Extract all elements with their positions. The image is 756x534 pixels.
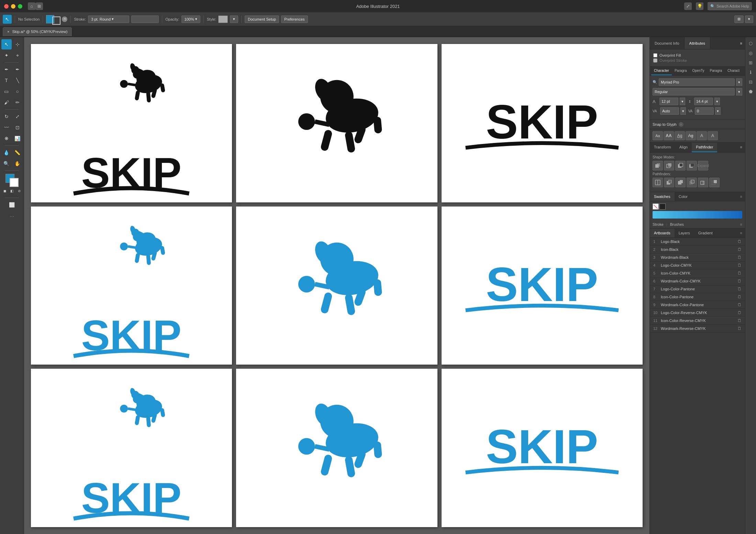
minus-front-btn[interactable] (687, 161, 697, 170)
direct-select-btn[interactable]: ⊹ (12, 39, 23, 49)
char-tab-paragra[interactable]: Paragra (672, 67, 690, 75)
gradient-tab[interactable]: Gradient (694, 229, 717, 237)
fullscreen-icon[interactable]: ⤢ (684, 2, 692, 10)
hand-btn[interactable]: ✋ (12, 158, 23, 169)
line-height-input[interactable] (694, 98, 713, 105)
panel-options-btn[interactable]: ▾ (745, 15, 753, 23)
maximize-button[interactable] (18, 4, 22, 9)
close-button[interactable] (4, 4, 9, 9)
artboard-2[interactable] (236, 44, 437, 202)
more-tools-btn[interactable]: ··· (10, 211, 14, 222)
section-menu-icon[interactable]: ≡ (737, 143, 745, 152)
style-btn-a-sub[interactable]: A (697, 131, 707, 140)
overprint-stroke-checkbox[interactable] (653, 58, 657, 63)
swatches-menu-icon[interactable]: ≡ (737, 192, 745, 201)
style-btn-aa-small[interactable]: Aa (653, 131, 663, 140)
color-guide-icon[interactable]: ⬟ (747, 87, 755, 96)
properties-icon[interactable]: ⬡ (747, 39, 755, 47)
rect-btn[interactable]: ▭ (1, 86, 12, 97)
add-anchor-btn[interactable]: ✒ (12, 64, 23, 75)
style-swatch[interactable] (218, 15, 228, 23)
attributes-tab[interactable]: Attributes (685, 37, 710, 49)
home-icon[interactable]: ⌂ (28, 2, 35, 10)
align-tab[interactable]: Align (675, 143, 692, 152)
magic-wand-btn[interactable]: ✦ (1, 50, 12, 60)
stroke-swatch[interactable] (52, 16, 60, 25)
tracking-dropdown[interactable]: ▾ (715, 107, 721, 115)
doc-tab[interactable]: × Skip.ai* @ 50% (CMYK/Preview) (3, 27, 72, 36)
trim-btn[interactable] (664, 178, 674, 187)
free-transform-btn[interactable]: ⊡ (12, 122, 23, 133)
color-tab[interactable]: Color (675, 192, 692, 201)
panel-menu-icon[interactable]: ≡ (737, 37, 745, 49)
char-panel-menu[interactable]: ≡ (742, 67, 745, 75)
pencil-btn[interactable]: ✏ (12, 97, 23, 108)
ellipse-btn[interactable]: ○ (12, 86, 23, 97)
symbol-btn[interactable]: ❋ (1, 133, 12, 144)
rotate-btn[interactable]: ↻ (1, 111, 12, 122)
char-tab-charact[interactable]: Charact (725, 67, 742, 75)
lasso-btn[interactable]: ⌖ (12, 50, 23, 60)
stroke-value[interactable]: 3 pt. Round ▾ (88, 15, 129, 23)
info-icon-right[interactable]: ℹ (747, 68, 755, 76)
artboard-list-row[interactable]: 6 Wordmark-Color-CMYK 🗒 (650, 277, 745, 285)
char-tab-opentype[interactable]: OpenTy (689, 67, 707, 75)
artboard-5[interactable] (236, 207, 437, 365)
artboard-list-row[interactable]: 9 Wordmark-Color-Pantone 🗒 (650, 301, 745, 309)
font-style-input[interactable] (653, 88, 735, 96)
line-btn[interactable]: ╲ (12, 75, 23, 86)
doc-info-tab[interactable]: Document Info (650, 37, 685, 49)
artboard-4[interactable]: SKIP (31, 207, 232, 365)
selection-tool[interactable]: ↖ (3, 15, 12, 24)
black-swatch[interactable] (659, 203, 666, 210)
eyedropper-btn[interactable]: 💧 (1, 147, 12, 158)
layers-icon[interactable]: ⊞ (747, 58, 755, 67)
artboard-list-row[interactable]: 10 Logo-Color-Reverse-CMYK 🗒 (650, 309, 745, 317)
canvas-area[interactable]: SKIP (24, 37, 649, 534)
artboard-list-row[interactable]: 4 Logo-Color-CMYK 🗒 (650, 262, 745, 269)
artboard-list-row[interactable]: 3 Wordmark-Black 🗒 (650, 254, 745, 262)
font-size-unit[interactable]: ▾ (680, 98, 685, 105)
column-graph-btn[interactable]: 📊 (12, 133, 23, 144)
artboards-menu-icon[interactable]: ≡ (737, 229, 745, 237)
transform-tab[interactable]: Transform (650, 143, 675, 152)
color-mode-btn[interactable]: ◼ (2, 188, 8, 194)
swatches-tab[interactable]: Swatches (650, 192, 675, 201)
align-icon-right[interactable]: ⊟ (747, 78, 755, 86)
brush-btn[interactable]: 🖌 (1, 97, 12, 108)
artboard-list-row[interactable]: 7 Logo-Color-Pantone 🗒 (650, 285, 745, 293)
warp-btn[interactable]: 〰 (1, 122, 12, 133)
expand-btn[interactable]: Expand (698, 161, 708, 170)
none-swatch[interactable] (653, 203, 659, 210)
char-tab-character[interactable]: Character (651, 67, 672, 75)
unite-btn[interactable] (653, 161, 663, 170)
merge-btn[interactable] (675, 178, 686, 187)
font-style-dropdown[interactable]: ▾ (736, 88, 742, 96)
exclude-btn[interactable] (675, 161, 686, 170)
artboard-list-row[interactable]: 2 Icon-Black 🗒 (650, 246, 745, 254)
outline-btn[interactable] (698, 178, 708, 187)
grid-icon[interactable]: ⊞ (35, 2, 43, 10)
divide-btn[interactable] (653, 178, 663, 187)
snap-info-icon[interactable]: i (679, 122, 683, 127)
stroke-preview[interactable] (131, 15, 159, 23)
libraries-icon[interactable]: ◎ (747, 49, 755, 57)
none-mode-btn[interactable]: ⊘ (16, 188, 22, 194)
tracking-input[interactable] (695, 107, 714, 115)
opacity-value[interactable]: 100% ▾ (181, 15, 200, 23)
artboard-8[interactable] (236, 369, 437, 527)
artboard-btn[interactable]: ⬜ (7, 200, 17, 210)
artboard-list-row[interactable]: 1 Logo-Black 🗒 (650, 238, 745, 246)
kerning-input[interactable] (660, 107, 679, 115)
char-tab-paragra2[interactable]: Paragra (707, 67, 725, 75)
pen-btn[interactable]: ✒ (1, 64, 12, 75)
artboard-list-row[interactable]: 5 Icon-Color-CMYK 🗒 (650, 269, 745, 277)
layers-tab[interactable]: Layers (675, 229, 694, 237)
style-btn-a-sup[interactable]: A (708, 131, 718, 140)
text-btn[interactable]: T (1, 75, 12, 86)
gradient-mode-btn[interactable]: ◧ (9, 188, 15, 194)
stroke-options-btn[interactable]: ⟲ (62, 16, 67, 22)
style-dropdown[interactable]: ▾ (230, 15, 238, 23)
minus-back-btn[interactable] (709, 178, 720, 187)
preferences-btn[interactable]: Preferences (281, 15, 308, 23)
